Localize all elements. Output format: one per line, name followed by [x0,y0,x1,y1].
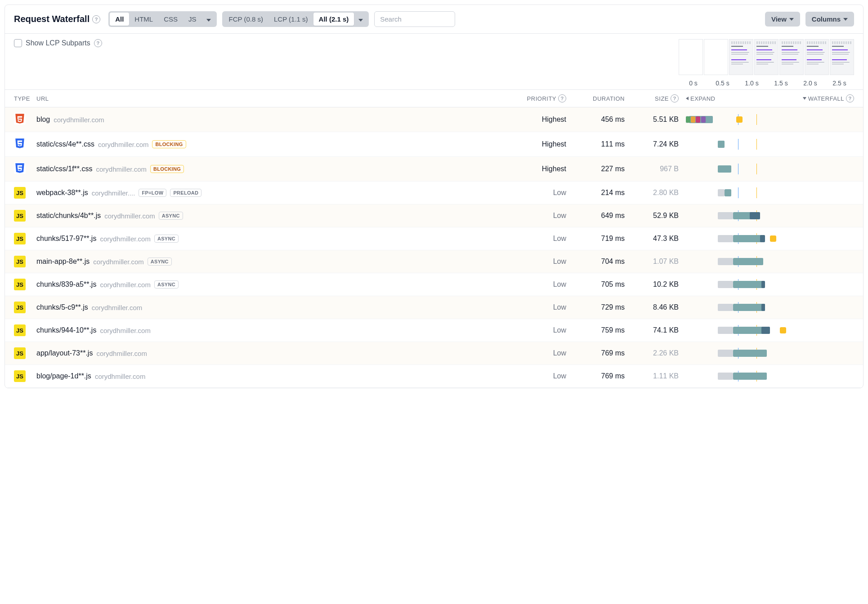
url-host: corydhmiller.com [98,141,149,148]
table-row[interactable]: JSchunks/944-10**.jscorydhmiller.comLow7… [5,319,863,342]
filmstrip-frame[interactable] [679,39,703,75]
help-icon[interactable]: ? [846,94,854,102]
table-row[interactable]: JSblog/page-1d**.jscorydhmiller.comLow76… [5,365,863,388]
wf-phase-chip [696,116,700,123]
priority-value: Low [553,258,566,266]
table-body: blogcorydhmiller.comHighest456 ms5.51 KB… [5,107,863,388]
filmstrip-frame[interactable] [754,39,779,75]
js-icon: JS [14,370,26,382]
duration-value: 719 ms [601,235,625,242]
view-button[interactable]: View [765,12,800,27]
filmstrip: 0 s 0.5 s 1.0 s 1.5 s 2.0 s 2.5 s [679,39,854,89]
request-tag: ASYNC [154,280,179,289]
type-filter-css[interactable]: CSS [158,13,183,26]
time-filter-more[interactable] [354,13,367,25]
show-lcp-subparts[interactable]: Show LCP Subparts ? [14,39,102,47]
filmstrip-frame[interactable] [729,39,753,75]
wf-wait-bar [718,235,733,242]
checkbox-icon[interactable] [14,39,22,47]
chevron-down-icon [358,19,363,22]
url-path: app/layout-73**.js [36,349,93,357]
fcp-marker [738,164,738,174]
type-filter-html[interactable]: HTML [129,13,158,26]
priority-value: Low [553,303,566,311]
table-row[interactable]: JSchunks/517-97**.jscorydhmiller.comASYN… [5,227,863,250]
js-icon: JS [14,256,26,267]
wf-process-bar [760,235,765,242]
type-filter-all[interactable]: All [110,13,129,26]
type-filter-more[interactable] [202,13,215,25]
timeline-tick: 0 s [679,80,708,87]
waterfall-cell [679,234,854,243]
table-row[interactable]: JSchunks/5-c9**.jscorydhmiller.comLow729… [5,296,863,319]
expand-button[interactable]: EXPAND [686,94,716,102]
table-row[interactable]: static/css/1f**.csscorydhmiller.comBLOCK… [5,157,863,182]
waterfall-sort[interactable]: WATERFALL ? [803,94,854,102]
table-row[interactable]: JSstatic/chunks/4b**.jscorydhmiller.comA… [5,204,863,227]
priority-value: Low [553,349,566,357]
col-priority-header[interactable]: PRIORITY ? [512,94,566,102]
filmstrip-frame[interactable] [779,39,804,75]
wf-download-bar [733,373,767,380]
help-icon[interactable]: ? [671,94,679,102]
columns-button[interactable]: Columns [805,12,854,27]
filmstrip-frame[interactable] [704,39,728,75]
size-value: 47.3 KB [653,235,679,243]
chevron-down-icon [789,18,794,21]
url-host: corydhmiller.com [96,165,147,173]
search-input[interactable] [374,11,455,27]
url-path: static/css/4e**.css [36,140,94,148]
size-value: 5.51 KB [653,115,679,124]
waterfall-cell [679,115,854,124]
url-host: corydhmiller.com [100,235,151,243]
timeline-labels: 0 s 0.5 s 1.0 s 1.5 s 2.0 s 2.5 s [679,80,854,89]
priority-value: Low [553,326,566,334]
url-host: corydhmiller.... [92,189,135,197]
col-size-header[interactable]: SIZE ? [625,94,679,102]
url-host: corydhmiller.com [93,258,144,266]
col-url-header[interactable]: URL [36,95,512,102]
time-filter-all[interactable]: All (2.1 s) [313,13,354,26]
url-path: chunks/517-97**.js [36,235,96,243]
duration-value: 705 ms [601,280,625,288]
table-row[interactable]: JSapp/layout-73**.jscorydhmiller.comLow7… [5,342,863,365]
wf-wait-bar [718,281,733,288]
col-type-header[interactable]: TYPE [14,95,36,102]
size-value: 1.11 KB [653,372,679,380]
subbar: Show LCP Subparts ? 0 s 0.5 s 1.0 s 1.5 … [5,34,863,89]
url-path: chunks/5-c9**.js [36,303,88,311]
priority-value: Low [553,372,566,380]
fcp-marker [738,187,738,198]
time-filter-lcp[interactable]: LCP (1.1 s) [268,13,313,26]
url-path: static/chunks/4b**.js [36,212,101,220]
duration-value: 769 ms [601,349,625,357]
help-icon[interactable]: ? [92,15,100,23]
url-path: blog [36,115,50,124]
request-tag: ASYNC [154,235,179,243]
request-tag: ASYNC [148,258,172,266]
size-value: 52.9 KB [653,212,679,220]
url-host: corydhmiller.com [95,373,146,380]
table-row[interactable]: JSchunks/839-a5**.jscorydhmiller.comASYN… [5,273,863,296]
table-row[interactable]: static/css/4e**.csscorydhmiller.comBLOCK… [5,132,863,157]
help-icon[interactable]: ? [94,39,102,47]
col-duration-header[interactable]: DURATION [566,95,625,102]
filmstrip-frame[interactable] [830,39,854,75]
timeline-tick: 1.5 s [766,80,796,87]
waterfall-cell [679,372,854,381]
lcp-marker [756,139,757,150]
table-row[interactable]: JSwebpack-38**.jscorydhmiller....FP=LOWP… [5,182,863,204]
help-icon[interactable]: ? [558,94,566,102]
table-row[interactable]: blogcorydhmiller.comHighest456 ms5.51 KB [5,107,863,132]
type-filter-js[interactable]: JS [183,13,202,26]
filmstrip-frame[interactable] [805,39,829,75]
url-cell: static/css/4e**.csscorydhmiller.comBLOCK… [36,140,512,148]
url-cell: chunks/944-10**.jscorydhmiller.com [36,326,512,334]
size-value: 1.07 KB [653,258,679,266]
priority-value: Highest [542,115,566,124]
url-cell: blog/page-1d**.jscorydhmiller.com [36,372,512,380]
time-filter-fcp[interactable]: FCP (0.8 s) [224,13,268,26]
wf-download-bar [725,189,731,196]
table-row[interactable]: JSmain-app-8e**.jscorydhmiller.comASYNCL… [5,250,863,273]
wf-download-bar [718,165,731,173]
